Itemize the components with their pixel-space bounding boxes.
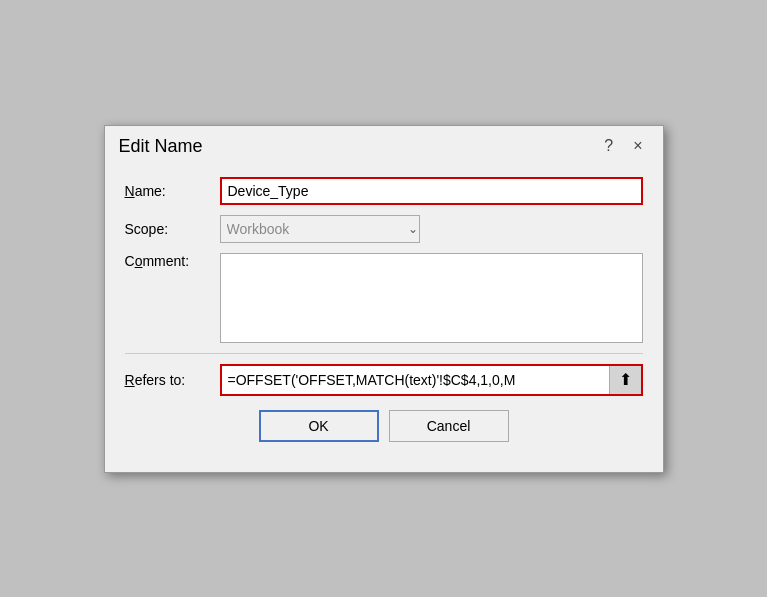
scope-label-text: Scope: [125, 221, 169, 237]
collapse-icon: ⬆ [619, 370, 632, 389]
refers-input[interactable] [222, 366, 609, 394]
name-row: Name: [125, 177, 643, 205]
button-row: OK Cancel [125, 410, 643, 458]
comment-label: Comment: [125, 253, 220, 269]
comment-row: Comment: [125, 253, 643, 343]
cancel-button[interactable]: Cancel [389, 410, 509, 442]
name-input[interactable] [220, 177, 643, 205]
scope-label: Scope: [125, 221, 220, 237]
edit-name-dialog: Edit Name ? × Name: Scope: Workbook ⌄ [104, 125, 664, 473]
refers-collapse-button[interactable]: ⬆ [609, 366, 641, 394]
refers-row: Refers to: ⬆ [125, 364, 643, 396]
close-button[interactable]: × [627, 136, 648, 156]
comment-label-text: Comment: [125, 253, 190, 269]
refers-input-wrapper: ⬆ [220, 364, 643, 396]
title-controls: ? × [598, 136, 648, 156]
dialog-body: Name: Scope: Workbook ⌄ Comment: [105, 163, 663, 472]
scope-row: Scope: Workbook ⌄ [125, 215, 643, 243]
ok-button[interactable]: OK [259, 410, 379, 442]
title-bar: Edit Name ? × [105, 126, 663, 163]
refers-label: Refers to: [125, 372, 220, 388]
divider [125, 353, 643, 354]
name-label: Name: [125, 183, 220, 199]
comment-textarea[interactable] [220, 253, 643, 343]
name-label-text: Name: [125, 183, 166, 199]
dialog-title: Edit Name [119, 136, 203, 157]
help-button[interactable]: ? [598, 136, 619, 156]
scope-select[interactable]: Workbook [220, 215, 420, 243]
refers-label-text: Refers to: [125, 372, 186, 388]
scope-select-wrapper: Workbook ⌄ [220, 215, 643, 243]
